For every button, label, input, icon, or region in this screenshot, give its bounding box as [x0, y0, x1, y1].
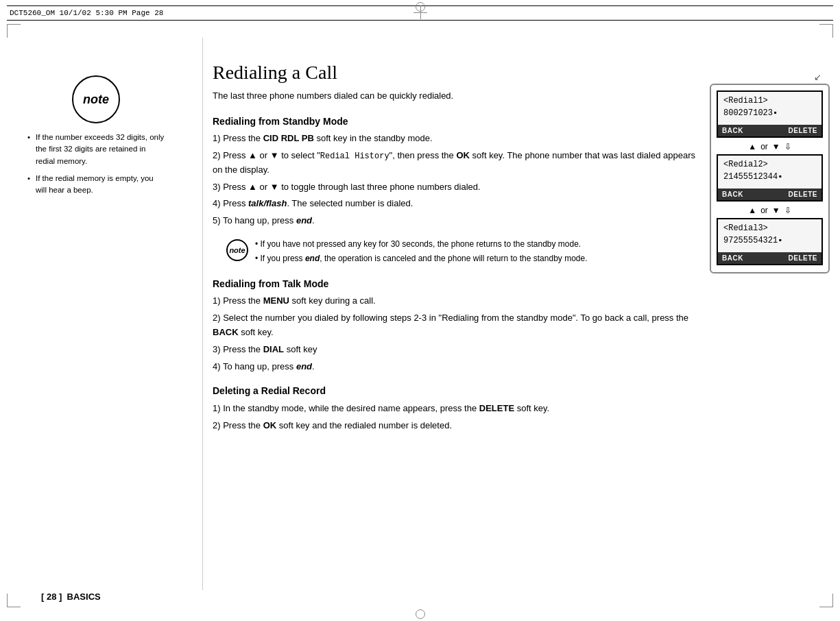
corner-mark-tr — [819, 24, 833, 38]
intro-text: The last three phone numbers dialed can … — [213, 89, 706, 103]
screen2-line1: <Redial2> — [723, 158, 816, 171]
section1-heading: Redialing from Standby Mode — [213, 114, 706, 129]
step1-1: 1) Press the CID RDL PB soft key in the … — [213, 132, 706, 146]
panel-outer: <Redial1> 8002971023▪ BACK DELETE ▲ or ▼… — [710, 84, 830, 273]
screen3-delete-btn: DELETE — [789, 254, 817, 262]
corner-mark-br — [819, 594, 833, 607]
note-circle-left: note — [72, 75, 120, 123]
note-bullet-1: If the number exceeds 32 digits, only th… — [27, 132, 165, 167]
screen2-delete-btn: DELETE — [789, 191, 817, 198]
header-text: DCT5260_OM 10/1/02 5:30 PM Page 28 — [10, 9, 163, 17]
note-bullet-2: If the redial memory is empty, you will … — [27, 173, 165, 197]
phone-screen-3: <Redial3> 97255554321▪ BACK DELETE — [717, 218, 823, 265]
step3-1: 1) In the standby mode, while the desire… — [213, 402, 706, 416]
arrow-up-2: ▲ — [748, 206, 756, 215]
step1-3: 3) Press ▲ or ▼ to toggle through last t… — [213, 180, 706, 195]
note-inline-text: • If you have not pressed any key for 30… — [255, 238, 706, 267]
down-arrow-1: ⇩ — [784, 142, 791, 151]
page-footer: [ 28 ] BASICS — [41, 592, 101, 602]
section3-heading: Deleting a Redial Record — [213, 383, 706, 398]
note-inline-label: note — [229, 245, 245, 256]
step1-4: 4) Press talk/flash. The selected number… — [213, 197, 706, 211]
note-inline-circle: note — [226, 239, 248, 261]
phone-screen-2-inner: <Redial2> 21455512344▪ — [718, 156, 821, 188]
center-top-circle — [416, 2, 425, 12]
arrow-down-1: ▼ — [772, 142, 780, 151]
step2-4: 4) To hang up, press end. — [213, 360, 706, 374]
note-bullets-left: If the number exceeds 32 digits, only th… — [27, 132, 165, 196]
corner-mark-tl — [7, 24, 21, 38]
section-delete: Deleting a Redial Record 1) In the stand… — [213, 383, 706, 433]
step2-1: 1) Press the MENU soft key during a call… — [213, 294, 706, 308]
step3-2: 2) Press the OK soft key and the rediale… — [213, 419, 706, 433]
step1-5: 5) To hang up, press end. — [213, 214, 706, 228]
main-content: Redialing a Call The last three phone nu… — [213, 62, 706, 587]
screen3-back-btn: BACK — [722, 254, 743, 262]
step2-3: 3) Press the DIAL soft key — [213, 343, 706, 357]
connector-2-3: ▲ or ▼ ⇩ — [717, 203, 823, 218]
arrow-down-2: ▼ — [772, 206, 780, 215]
screen1-back-btn: BACK — [722, 127, 743, 134]
note-section-left: note If the number exceeds 32 digits, on… — [27, 75, 165, 202]
section-talk: Redialing from Talk Mode 1) Press the ME… — [213, 276, 706, 374]
center-bottom-circle — [416, 609, 425, 619]
section-standby: Redialing from Standby Mode 1) Press the… — [213, 114, 706, 229]
step1-2: 2) Press ▲ or ▼ to select "Redial Histor… — [213, 149, 706, 178]
note-label-left: note — [83, 93, 109, 107]
panel-top-arrow: ↙ — [710, 72, 830, 82]
phone-screen-1-inner: <Redial1> 8002971023▪ — [718, 92, 821, 125]
step2-2: 2) Select the number you dialed by follo… — [213, 311, 706, 340]
screen3-line2: 97255554321▪ — [723, 234, 816, 247]
down-arrow-2: ⇩ — [784, 206, 791, 215]
screen2-back-btn: BACK — [722, 191, 743, 198]
screen2-buttons: BACK DELETE — [718, 188, 821, 200]
screen3-buttons: BACK DELETE — [718, 252, 821, 264]
screen1-delete-btn: DELETE — [789, 127, 817, 134]
corner-mark-bl — [7, 594, 21, 607]
phone-panel: ↙ <Redial1> 8002971023▪ BACK DELETE ▲ or… — [710, 72, 830, 273]
phone-screen-3-inner: <Redial3> 97255554321▪ — [718, 219, 821, 252]
note-inline-p1: • If you have not pressed any key for 30… — [255, 238, 706, 250]
page-title: Redialing a Call — [213, 62, 706, 84]
footer-section: BASICS — [67, 592, 101, 602]
screen1-buttons: BACK DELETE — [718, 125, 821, 136]
screen3-line1: <Redial3> — [723, 222, 816, 234]
left-divider — [202, 38, 203, 590]
note-inline: note • If you have not pressed any key f… — [226, 238, 706, 267]
page-num: [ 28 ] — [41, 592, 62, 602]
screen2-line2: 21455512344▪ — [723, 171, 816, 183]
arrow-up-1: ▲ — [748, 142, 756, 151]
screen1-line1: <Redial1> — [723, 95, 816, 107]
or-label-1: or — [760, 142, 768, 151]
note-inline-p2: • If you press end, the operation is can… — [255, 252, 706, 265]
screen1-line2: 8002971023▪ — [723, 107, 816, 119]
phone-screen-2: <Redial2> 21455512344▪ BACK DELETE — [717, 154, 823, 202]
phone-screen-1: <Redial1> 8002971023▪ BACK DELETE — [717, 90, 823, 138]
or-label-2: or — [760, 206, 768, 215]
section2-heading: Redialing from Talk Mode — [213, 276, 706, 291]
connector-1-2: ▲ or ▼ ⇩ — [717, 139, 823, 154]
